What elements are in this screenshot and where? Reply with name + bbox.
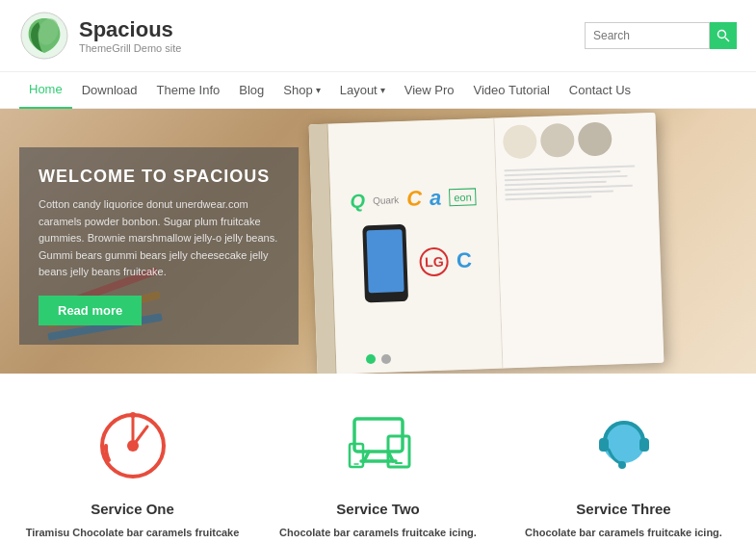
book-lines (504, 165, 651, 200)
hero-book: Q Quark C a eon LG C (309, 113, 665, 374)
orange-c-logo: C (406, 186, 423, 212)
search-icon (717, 29, 730, 42)
site-header: Spacious ThemeGrill Demo site (0, 0, 756, 72)
c-logo: C (456, 248, 472, 274)
service-one: Service One Tiramisu Chocolate bar caram… (19, 402, 246, 543)
service-two: Service Two Chocolate bar caramels fruit… (265, 402, 491, 543)
read-more-button[interactable]: Read more (39, 296, 142, 325)
service-three-icon (581, 402, 667, 489)
quark-logo: Q (350, 190, 365, 213)
service-two-desc: Chocolate bar caramels fruitcake icing. … (265, 525, 491, 543)
book-content: Q Quark C a eon LG C (328, 113, 665, 374)
logo-area: Spacious ThemeGrill Demo site (19, 11, 181, 61)
services-section: Service One Tiramisu Chocolate bar caram… (0, 374, 756, 543)
blue-a-logo: a (430, 186, 442, 211)
nav-item-view-pro[interactable]: View Pro (395, 72, 464, 109)
svg-point-7 (130, 412, 136, 418)
main-nav: Home Download Theme Info Blog Shop ▾ Lay… (0, 72, 756, 109)
book-line-6 (505, 190, 614, 195)
service-one-desc: Tiramisu Chocolate bar caramels fruitcak… (19, 525, 246, 543)
nav-item-layout[interactable]: Layout ▾ (330, 72, 395, 109)
svg-point-2 (718, 31, 726, 39)
nav-item-blog[interactable]: Blog (229, 72, 274, 109)
service-three: Service Three Chocolate bar caramels fru… (510, 402, 737, 543)
service-two-name: Service Two (336, 501, 419, 517)
site-tagline: ThemeGrill Demo site (79, 42, 181, 54)
nav-item-download[interactable]: Download (72, 72, 147, 109)
svg-point-19 (618, 461, 626, 469)
search-area (585, 22, 737, 49)
book-line-7 (505, 195, 592, 200)
book-circles (502, 120, 649, 159)
shop-dropdown-arrow: ▾ (316, 85, 321, 95)
phone-logo (363, 224, 409, 303)
slide-dots (366, 354, 391, 364)
layout-dropdown-arrow: ▾ (380, 85, 385, 95)
book-left-page: Q Quark C a eon LG C (328, 118, 503, 374)
hero-text: Cotton candy liquorice donut unerdwear.c… (39, 196, 279, 281)
nav-item-home[interactable]: Home (19, 72, 72, 109)
eon-logo: eon (449, 188, 477, 206)
hero-overlay: WELCOME TO SPACIOUS Cotton candy liquori… (19, 147, 299, 345)
book-right-page (494, 113, 664, 369)
svg-rect-18 (639, 438, 649, 452)
site-title: Spacious (79, 17, 181, 42)
slide-dot-1[interactable] (366, 354, 376, 364)
slide-dot-2[interactable] (381, 354, 391, 364)
quark-text: Quark (373, 194, 400, 206)
book-line-3 (504, 175, 628, 181)
service-one-icon (90, 402, 176, 489)
search-button[interactable] (710, 22, 737, 49)
service-three-desc: Chocolate bar caramels fruitcake icing. … (510, 525, 737, 543)
site-logo-icon (19, 11, 69, 61)
service-three-name: Service Three (576, 501, 670, 517)
circle-2 (539, 123, 574, 158)
nav-item-video-tutorial[interactable]: Video Tutorial (464, 72, 560, 109)
nav-item-theme-info[interactable]: Theme Info (147, 72, 230, 109)
svg-line-3 (725, 38, 729, 41)
hero-title: WELCOME TO SPACIOUS (39, 167, 279, 187)
service-two-icon (335, 402, 422, 489)
circle-1 (502, 124, 536, 159)
svg-rect-17 (599, 438, 609, 452)
site-title-area: Spacious ThemeGrill Demo site (79, 17, 181, 54)
circle-3 (577, 121, 612, 156)
nav-item-contact-us[interactable]: Contact Us (560, 72, 640, 109)
lg-logo: LG (419, 246, 449, 276)
search-input[interactable] (585, 22, 710, 49)
service-one-name: Service One (91, 501, 174, 517)
hero-section: Q Quark C a eon LG C (0, 109, 756, 374)
logo-grid: Q Quark C a eon LG C (340, 184, 490, 308)
nav-item-shop[interactable]: Shop ▾ (274, 72, 329, 109)
